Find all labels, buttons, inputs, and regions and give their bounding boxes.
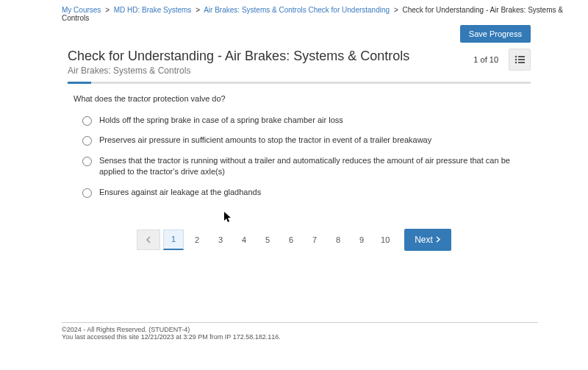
svg-rect-5: [518, 62, 525, 63]
question-counter: 1 of 10: [473, 55, 498, 64]
breadcrumb-link-courses[interactable]: My Courses: [62, 6, 101, 14]
option-label[interactable]: Holds off the spring brake in case of a …: [99, 115, 343, 126]
footer-copyright: ©2024 - All Rights Reserved. (STUDENT-4): [62, 326, 538, 333]
breadcrumb: My Courses > MD HD: Brake Systems > Air …: [0, 0, 588, 25]
option-row[interactable]: Ensures against air leakage at the gladh…: [82, 182, 531, 202]
next-label: Next: [415, 235, 433, 245]
chevron-right-icon: [436, 236, 441, 243]
svg-rect-1: [518, 56, 525, 57]
pager-page-5[interactable]: 5: [257, 230, 278, 250]
svg-point-0: [515, 56, 517, 58]
pager-page-6[interactable]: 6: [281, 230, 301, 250]
svg-point-4: [515, 62, 517, 64]
save-progress-button[interactable]: Save Progress: [460, 25, 531, 43]
footer-last-access: You last accessed this site 12/21/2023 a…: [62, 333, 538, 341]
progress-fill: [68, 82, 91, 84]
pager-page-1[interactable]: 1: [163, 230, 184, 250]
breadcrumb-link-assessment[interactable]: Air Brakes: Systems & Controls Check for…: [204, 6, 390, 14]
pager-page-4[interactable]: 4: [234, 230, 254, 250]
pager-page-2[interactable]: 2: [187, 230, 207, 250]
pager-page-8[interactable]: 8: [328, 230, 348, 250]
pager-page-3[interactable]: 3: [210, 230, 231, 250]
pager-page-7[interactable]: 7: [304, 230, 325, 250]
option-label[interactable]: Senses that the tractor is running witho…: [99, 155, 531, 178]
list-icon: [514, 55, 525, 64]
option-label[interactable]: Ensures against air leakage at the gladh…: [99, 187, 261, 198]
page-subtitle: Air Brakes: Systems & Controls: [68, 65, 409, 76]
breadcrumb-sep: >: [196, 6, 200, 14]
chevron-left-icon: [146, 236, 151, 243]
breadcrumb-sep: >: [394, 6, 398, 14]
footer: ©2024 - All Rights Reserved. (STUDENT-4)…: [62, 322, 538, 341]
option-radio-4[interactable]: [82, 188, 92, 198]
page-title: Check for Understanding - Air Brakes: Sy…: [68, 49, 409, 64]
question-list-button[interactable]: [509, 49, 531, 71]
breadcrumb-link-module[interactable]: MD HD: Brake Systems: [114, 6, 192, 14]
pager-prev-button[interactable]: [137, 230, 160, 250]
pager-page-9[interactable]: 9: [351, 230, 372, 250]
answer-options: Holds off the spring brake in case of a …: [0, 110, 588, 202]
pager: 1 2 3 4 5 6 7 8 9 10 Next: [0, 229, 588, 251]
next-button[interactable]: Next: [404, 229, 451, 251]
svg-point-2: [515, 59, 517, 61]
option-row[interactable]: Holds off the spring brake in case of a …: [82, 110, 531, 130]
question-text: What does the tractor protection valve d…: [0, 84, 588, 110]
mouse-cursor-icon: [224, 212, 233, 226]
option-label[interactable]: Preserves air pressure in sufficient amo…: [99, 135, 431, 146]
breadcrumb-sep: >: [105, 6, 110, 14]
option-radio-1[interactable]: [82, 116, 92, 126]
title-block: Check for Understanding - Air Brakes: Sy…: [68, 49, 409, 76]
svg-rect-3: [518, 59, 525, 60]
option-radio-3[interactable]: [82, 157, 92, 166]
pager-page-10[interactable]: 10: [375, 230, 395, 250]
option-row[interactable]: Preserves air pressure in sufficient amo…: [82, 130, 531, 150]
progress-bar: [68, 82, 531, 84]
option-radio-2[interactable]: [82, 136, 92, 146]
option-row[interactable]: Senses that the tractor is running witho…: [82, 151, 531, 182]
